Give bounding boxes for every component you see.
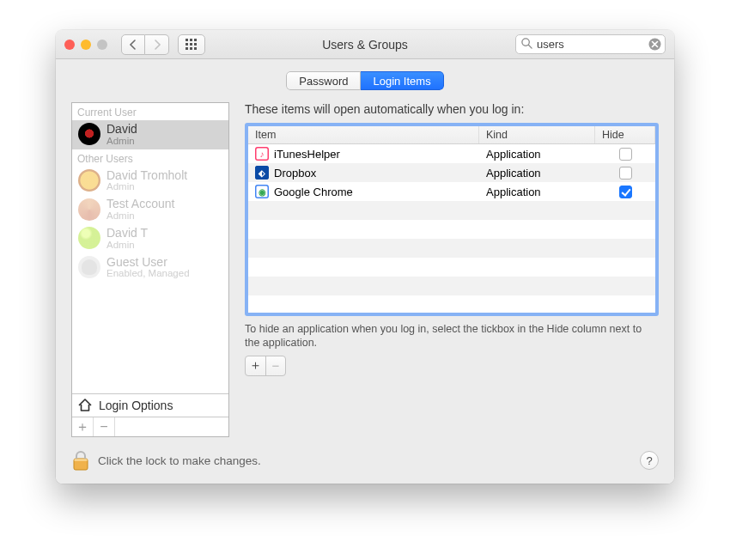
svg-rect-8: [194, 47, 197, 50]
help-glyph: ?: [646, 454, 652, 467]
table-row: [248, 295, 655, 314]
user-name: David Tromholt: [106, 169, 187, 182]
svg-rect-4: [190, 43, 192, 46]
search-field-wrap: [515, 34, 666, 54]
nav-back-forward: [121, 34, 169, 55]
svg-rect-7: [190, 47, 192, 50]
back-button[interactable]: [121, 34, 145, 55]
add-login-item-button[interactable]: ＋: [246, 356, 265, 375]
search-input[interactable]: [515, 34, 666, 54]
sidebar-add-remove: ＋ −: [72, 417, 228, 436]
user-row[interactable]: David TAdmin: [72, 224, 228, 253]
lock-row: Click the lock to make changes. ?: [56, 447, 674, 484]
section-other-users: Other Users: [72, 149, 228, 167]
table-row: [248, 239, 655, 258]
pane-description: These items will open automatically when…: [245, 102, 659, 116]
house-icon: [77, 398, 93, 413]
hide-checkbox[interactable]: [619, 148, 632, 161]
table-row[interactable]: ⬖DropboxApplication: [248, 163, 655, 182]
user-row[interactable]: Test AccountAdmin: [72, 195, 228, 224]
zoom-window-button[interactable]: [97, 40, 107, 50]
item-kind: Application: [479, 167, 595, 180]
login-items-pane: These items will open automatically when…: [245, 102, 659, 437]
tab-login-items-label: Login Items: [373, 75, 430, 88]
lock-icon[interactable]: [71, 449, 90, 472]
item-kind: Application: [479, 148, 595, 161]
sidebar-footer: Login Options ＋ −: [72, 393, 228, 436]
col-kind[interactable]: Kind: [479, 126, 595, 143]
tab-password[interactable]: Password: [286, 71, 361, 90]
window-controls: [64, 40, 107, 50]
login-items-add-remove: ＋ −: [245, 356, 286, 376]
table-header: Item Kind Hide: [248, 126, 655, 144]
forward-button[interactable]: [145, 34, 169, 55]
item-name: Google Chrome: [274, 186, 353, 198]
avatar: [78, 256, 100, 278]
user-name: Guest User: [106, 256, 190, 269]
user-role: Admin: [106, 136, 137, 146]
table-row[interactable]: ♪iTunesHelperApplication: [248, 144, 655, 163]
itunes-icon: ♪: [255, 147, 269, 161]
user-name: Test Account: [106, 198, 174, 210]
table-row: [248, 277, 655, 295]
user-role: Enabled, Managed: [106, 268, 190, 278]
clear-search-button[interactable]: [648, 38, 661, 51]
remove-login-item-button[interactable]: −: [265, 356, 285, 375]
user-row[interactable]: Guest UserEnabled, Managed: [72, 253, 228, 283]
hint-text: To hide an application when you log in, …: [245, 322, 659, 350]
svg-rect-0: [186, 39, 188, 41]
avatar: [78, 198, 100, 221]
tab-switcher: Password Login Items: [286, 71, 443, 90]
preferences-window: Users & Groups Password Login Items Curr…: [56, 30, 674, 484]
avatar: [78, 169, 100, 192]
table-row: [248, 258, 655, 277]
table-row[interactable]: ◉Google ChromeApplication: [248, 182, 655, 201]
users-sidebar: Current UserDavidAdminOther UsersDavid T…: [71, 102, 229, 437]
svg-rect-2: [194, 39, 197, 41]
help-button[interactable]: ?: [640, 451, 659, 470]
svg-rect-13: [75, 460, 88, 461]
login-items-table: Item Kind Hide ♪iTunesHelperApplication⬖…: [245, 123, 659, 316]
remove-user-button[interactable]: −: [94, 417, 115, 436]
col-item[interactable]: Item: [248, 126, 479, 143]
item-name: iTunesHelper: [274, 148, 340, 161]
login-options-button[interactable]: Login Options: [72, 394, 228, 417]
hide-checkbox[interactable]: [619, 167, 632, 180]
tab-login-items[interactable]: Login Items: [361, 71, 443, 90]
user-role: Admin: [106, 240, 148, 250]
user-row[interactable]: David TromholtAdmin: [72, 167, 228, 196]
close-window-button[interactable]: [64, 40, 75, 50]
minimize-window-button[interactable]: [81, 40, 91, 50]
user-role: Admin: [106, 181, 187, 192]
svg-rect-3: [186, 43, 188, 46]
item-kind: Application: [479, 186, 595, 198]
user-name: David T: [106, 227, 148, 240]
lock-message: Click the lock to make changes.: [98, 454, 261, 467]
login-options-label: Login Options: [99, 399, 173, 412]
avatar: [78, 123, 100, 145]
section-current-user: Current User: [72, 103, 228, 120]
user-name: David: [106, 123, 137, 136]
tab-password-label: Password: [299, 75, 348, 88]
dropbox-icon: ⬖: [255, 166, 269, 180]
add-user-button[interactable]: ＋: [72, 417, 94, 436]
table-row: [248, 220, 655, 239]
show-all-button[interactable]: [178, 34, 205, 55]
hide-checkbox[interactable]: [619, 186, 632, 198]
user-row[interactable]: DavidAdmin: [72, 120, 228, 149]
svg-rect-6: [186, 47, 188, 50]
user-role: Admin: [106, 210, 174, 221]
chrome-icon: ◉: [255, 185, 269, 198]
svg-rect-1: [190, 39, 192, 41]
content: Password Login Items Current UserDavidAd…: [56, 59, 674, 447]
svg-rect-5: [194, 43, 197, 46]
col-hide[interactable]: Hide: [595, 126, 655, 143]
item-name: Dropbox: [274, 167, 316, 180]
table-row: [248, 201, 655, 220]
avatar: [78, 227, 100, 249]
titlebar: Users & Groups: [56, 30, 674, 59]
